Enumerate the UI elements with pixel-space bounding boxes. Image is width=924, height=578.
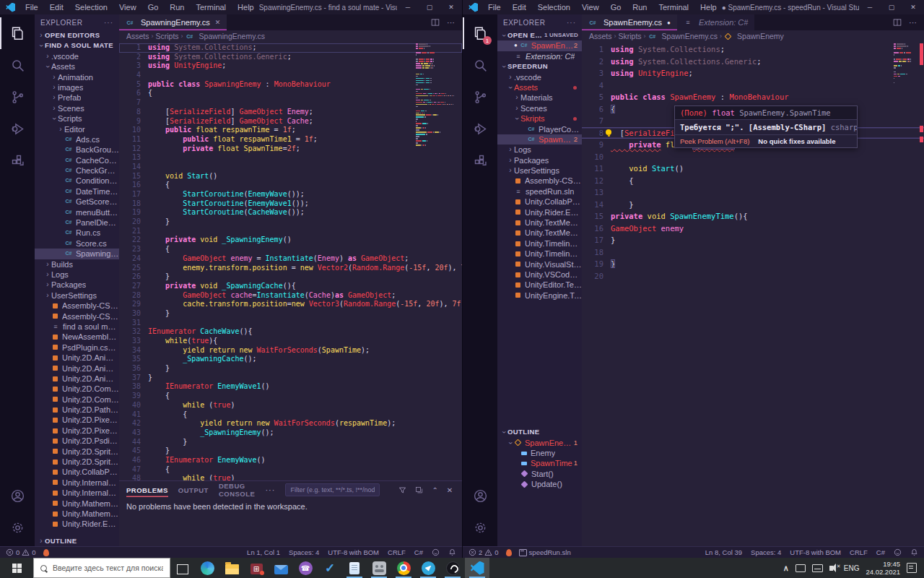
- panel-more-icon[interactable]: ···: [265, 486, 275, 494]
- edge-taskbar-button[interactable]: [195, 558, 219, 578]
- code-line[interactable]: 30 }: [119, 309, 462, 319]
- open-editors-header[interactable]: ›OPEN EDITORS: [35, 30, 119, 40]
- code-line[interactable]: 15 void Start(): [119, 172, 462, 181]
- breadcrumb-item[interactable]: Assets: [589, 32, 612, 40]
- activity-account-icon[interactable]: [463, 480, 497, 512]
- outline-item[interactable]: ›SpawnTime1: [497, 458, 582, 468]
- code-line[interactable]: 14: [119, 163, 462, 172]
- tree-item[interactable]: ›.vscode: [35, 51, 119, 61]
- code-line[interactable]: 37}: [119, 374, 462, 383]
- tree-item[interactable]: ›Unity.VSCode.Editor.csp...: [497, 269, 582, 280]
- tree-item[interactable]: ›Assets: [35, 61, 119, 72]
- vscode-taskbar-button[interactable]: [465, 558, 489, 578]
- code-line[interactable]: 12 private float SpawnTime=2f;: [119, 144, 462, 154]
- more-actions-icon[interactable]: ···: [447, 18, 455, 27]
- tree-item[interactable]: ›Editor: [35, 124, 119, 134]
- tree-item[interactable]: ›Assembly-CSharp-Edito...: [35, 301, 119, 311]
- tree-item[interactable]: ›Unity.2D.Animation.Tria...: [35, 374, 119, 384]
- tree-item[interactable]: ›NewAssembly.csproj: [35, 332, 119, 342]
- open-editors-header[interactable]: ›OPEN EDITORS1 UNSAVED: [497, 30, 582, 40]
- code-line[interactable]: 18 StartCoroutine(EnemyWave1());: [119, 199, 462, 209]
- activity-explorer-icon[interactable]: 1: [463, 17, 497, 49]
- status-item[interactable]: CRLF: [388, 548, 406, 556]
- code-line[interactable]: 1using System.Collections;: [582, 43, 924, 56]
- code-line[interactable]: 2using System.Collections.Generic;: [582, 56, 924, 68]
- tree-item[interactable]: ›C#CacheCondition.cs: [35, 155, 119, 165]
- explorer-taskbar-button[interactable]: [219, 558, 244, 578]
- activity-settings-icon[interactable]: [0, 512, 35, 543]
- code-line[interactable]: 21: [119, 227, 462, 236]
- telegram-taskbar-button[interactable]: [416, 558, 440, 578]
- menu-item-selection[interactable]: Selection: [533, 1, 575, 13]
- tree-item[interactable]: ›Unity.2D.Path.Editor.csp...: [35, 405, 119, 415]
- tree-item[interactable]: ›Unity.TextMeshPro.csproj: [497, 217, 582, 228]
- close-panel-icon[interactable]: ✕: [447, 486, 453, 494]
- chrome-taskbar-button[interactable]: [391, 558, 416, 578]
- notifications-bell-icon[interactable]: [910, 548, 918, 556]
- tree-item[interactable]: ›C#PanelDieScore.cs: [35, 217, 119, 228]
- menu-item-file[interactable]: File: [20, 1, 43, 13]
- panel-tab-output[interactable]: OUTPUT: [178, 483, 209, 497]
- code-line[interactable]: 31: [119, 319, 462, 328]
- sidebar-more-icon[interactable]: ···: [104, 19, 113, 27]
- tree-item[interactable]: ›C#Run.cs: [35, 228, 119, 238]
- code-line[interactable]: 36 }: [119, 364, 462, 374]
- code-line[interactable]: 4: [119, 71, 462, 80]
- activity-explorer-icon[interactable]: [0, 17, 35, 49]
- menu-item-edit[interactable]: Edit: [507, 1, 531, 13]
- tree-item[interactable]: ›Unity.TextMeshPro.Edit...: [497, 228, 582, 238]
- code-line[interactable]: 23 {: [119, 245, 462, 254]
- code-line[interactable]: 27 private void _SpawningCache(){: [119, 282, 462, 291]
- tree-item[interactable]: ›Logs: [35, 269, 119, 280]
- code-line[interactable]: 20 }: [119, 217, 462, 227]
- code-line[interactable]: 47 {: [119, 465, 462, 475]
- activity-run-debug-icon[interactable]: [0, 113, 35, 144]
- code-line[interactable]: 25 enemy.transform.position = new Vector…: [119, 264, 462, 273]
- tree-item[interactable]: ›Unity.Timeline.Editor.cs...: [497, 249, 582, 259]
- code-line[interactable]: 4: [582, 79, 924, 92]
- code-line[interactable]: 28 GameObject cache=Instantiate(Cache)as…: [119, 291, 462, 301]
- tree-item[interactable]: ›Unity.Mathematics.Edit...: [35, 509, 119, 519]
- menu-item-go[interactable]: Go: [606, 1, 627, 13]
- more-actions-icon[interactable]: ···: [909, 18, 917, 27]
- tree-item[interactable]: ›Unity.2D.Psdimporter.E...: [35, 436, 119, 446]
- tree-item[interactable]: ›Scripts: [35, 113, 119, 124]
- code-line[interactable]: 16 {: [119, 181, 462, 190]
- activity-extensions-icon[interactable]: [463, 144, 497, 176]
- tree-item[interactable]: ›Assets: [497, 82, 582, 92]
- touch-keyboard-icon[interactable]: [812, 564, 823, 572]
- breadcrumb-item[interactable]: C#SpawnEnemy.cs: [648, 32, 718, 40]
- action-center-icon[interactable]: [907, 563, 917, 573]
- activity-search-icon[interactable]: [0, 49, 35, 81]
- tree-item[interactable]: ›C#PlayerController.cs: [497, 124, 582, 134]
- code-line[interactable]: 48 while (true): [119, 474, 462, 480]
- code-line[interactable]: 42 yield return new WaitForSeconds(respa…: [119, 419, 462, 428]
- code-line[interactable]: 7: [119, 98, 462, 108]
- project-root[interactable]: ›SPEEDRUN: [497, 61, 582, 72]
- code-line[interactable]: 44 }: [119, 438, 462, 447]
- code-line[interactable]: 26 }: [119, 272, 462, 282]
- menu-item-terminal[interactable]: Terminal: [191, 1, 232, 13]
- panel-tab-problems[interactable]: PROBLEMS: [126, 483, 168, 497]
- breadcrumb-item[interactable]: SpawnEnemy: [724, 32, 784, 40]
- editor-tab[interactable]: C#SpawningEnemy.cs✕: [119, 14, 227, 30]
- tree-item[interactable]: ›Scenes: [35, 103, 119, 113]
- tree-item[interactable]: ›Unity.Rider.Editor.csproj: [497, 207, 582, 217]
- code-line[interactable]: 11 public float respawnTime1 = 1f;: [119, 135, 462, 144]
- breadcrumb-item[interactable]: C#SpawningEnemy.cs: [186, 32, 265, 40]
- tree-item[interactable]: ›Scenes: [497, 103, 582, 113]
- code-line[interactable]: 41 {: [119, 410, 462, 420]
- code-line[interactable]: 19 StartCoroutine(CacheWave());: [119, 208, 462, 217]
- status-item[interactable]: Spaces: 4: [289, 548, 319, 556]
- code-line[interactable]: 16GameObject enemy: [582, 223, 924, 235]
- code-line[interactable]: 3using UnityEngine;: [119, 61, 462, 71]
- outline-item[interactable]: ›Update(): [497, 479, 582, 489]
- network-icon[interactable]: [796, 564, 806, 572]
- tree-item[interactable]: ›Skripts: [497, 113, 582, 124]
- tree-item[interactable]: ›≡speedRun.sln: [497, 186, 582, 197]
- status-item[interactable]: C#: [876, 548, 885, 556]
- code-line[interactable]: 12 {: [582, 175, 924, 187]
- status-item[interactable]: Ln 8, Col 39: [705, 548, 742, 556]
- activity-search-icon[interactable]: [463, 49, 497, 81]
- problems-filter-input[interactable]: [285, 483, 380, 496]
